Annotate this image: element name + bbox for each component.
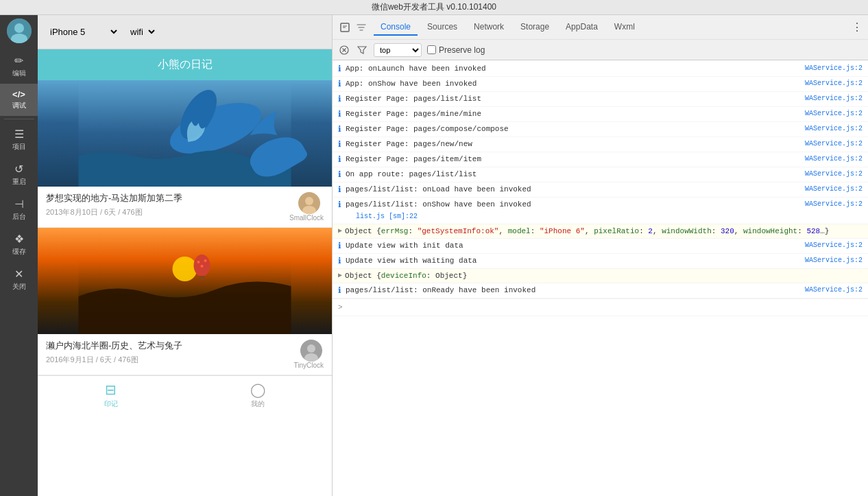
console-message-5: Register Page: pages/compose/compose — [346, 123, 799, 134]
console-source-2[interactable]: WAService.js:2 — [805, 78, 863, 89]
console-row-9: ℹ pages/list/list: onLoad have been invo… — [333, 182, 868, 198]
console-row-11[interactable]: ▶ Object {errMsg: "getSystemInfo:ok", mo… — [333, 224, 868, 239]
console-source-7[interactable]: WAService.js:2 — [805, 154, 863, 165]
info-icon-15: ℹ — [338, 285, 341, 296]
tab-console[interactable]: Console — [374, 19, 418, 36]
console-source-9[interactable]: WAService.js:2 — [805, 184, 863, 195]
console-row-6: ℹ Register Page: pages/new/new WAService… — [333, 137, 868, 152]
level-filter-select[interactable]: top verbose info warning error — [374, 43, 422, 57]
avatar — [7, 19, 32, 43]
network-selector[interactable]: wifi 3G 2G — [125, 25, 157, 39]
preserve-log-label: Preserve log — [439, 45, 485, 55]
inspector-icon[interactable] — [338, 21, 352, 34]
svg-point-14 — [204, 259, 207, 262]
post-author-wrap-2: TinyClock — [293, 340, 324, 369]
info-icon-10: ℹ — [338, 200, 341, 211]
console-row-14[interactable]: ▶ Object {deviceInfo: Object} — [333, 269, 868, 283]
tab-storage[interactable]: Storage — [514, 19, 556, 36]
debug-icon: </> — [12, 89, 25, 99]
info-icon-2: ℹ — [338, 79, 341, 90]
console-row-8: ℹ On app route: pages/list/list WAServic… — [333, 167, 868, 182]
devtools-panel: Console Sources Network Storage AppData … — [333, 15, 868, 496]
sidebar-tool-close[interactable]: ✕ 关闭 — [0, 262, 38, 297]
backend-label: 后台 — [12, 212, 26, 222]
console-source-3[interactable]: WAService.js:2 — [805, 93, 863, 104]
info-icon-3: ℹ — [338, 94, 341, 105]
sidebar-tool-restart[interactable]: ↺ 重启 — [0, 157, 38, 192]
nav-item-yinj[interactable]: ⊟ 印记 — [104, 381, 118, 409]
app-title: 小熊の日记 — [158, 58, 213, 70]
console-row-1: ℹ App: onLaunch have been invoked WAServ… — [333, 62, 868, 77]
sidebar-tool-debug[interactable]: </> 调试 — [0, 84, 38, 116]
info-icon-8: ℹ — [338, 169, 341, 180]
tab-wxml[interactable]: Wxml — [607, 19, 642, 36]
post-date-2: 2016年9月1日 / 6天 / 476图 — [46, 355, 293, 365]
info-icon-5: ℹ — [338, 124, 341, 135]
console-source-15[interactable]: WAService.js:2 — [805, 285, 863, 296]
console-source-8[interactable]: WAService.js:2 — [805, 169, 863, 180]
post-image-sunset — [38, 228, 332, 334]
console-message-15: pages/list/list: onReady have been invok… — [346, 285, 799, 296]
edit-icon: ✏ — [14, 54, 23, 67]
svg-point-1 — [14, 23, 24, 33]
console-source-13[interactable]: WAService.js:2 — [805, 255, 863, 266]
post-info-2: 濑户内海北半圈-历史、艺术与兔子 2016年9月1日 / 6天 / 476图 — [38, 334, 332, 375]
sidebar-tool-backend[interactable]: ⊣ 后台 — [0, 192, 38, 227]
clear-button[interactable] — [338, 44, 350, 56]
post-meta-1: 梦想实现的地方-马达加斯加第二季 2013年8月10日 / 6天 / 476图 — [46, 192, 289, 217]
project-icon: ☰ — [14, 128, 24, 141]
console-row-5: ℹ Register Page: pages/compose/compose W… — [333, 122, 868, 137]
console-message-8: On app route: pages/list/list — [346, 169, 799, 180]
devtools-more-button[interactable]: ⋮ — [852, 21, 863, 34]
console-source-10a[interactable]: WAService.js:2 — [805, 199, 863, 210]
network-select[interactable]: wifi 3G 2G — [125, 25, 157, 39]
tab-appdata[interactable]: AppData — [559, 19, 605, 36]
console-source-6[interactable]: WAService.js:2 — [805, 139, 863, 150]
post-author-1: SmallClock — [289, 214, 324, 222]
device-select[interactable]: iPhone 5 iPhone 6 iPhone 6 Plus — [45, 25, 119, 39]
expand-arrow-14[interactable]: ▶ — [338, 270, 342, 281]
preserve-log-checkbox[interactable] — [427, 45, 436, 54]
main-layout: ✏ 编辑 </> 调试 ☰ 项目 ↺ 重启 ⊣ 后台 ❖ — [0, 15, 868, 496]
sidebar-tool-edit[interactable]: ✏ 编辑 — [0, 49, 38, 84]
backend-icon: ⊣ — [14, 198, 24, 211]
sidebar-tool-cache[interactable]: ❖ 缓存 — [0, 227, 38, 262]
console-message-6: Register Page: pages/new/new — [346, 139, 799, 150]
console-source-1[interactable]: WAService.js:2 — [805, 63, 863, 74]
console-source-12[interactable]: WAService.js:2 — [805, 240, 863, 251]
console-source-4[interactable]: WAService.js:2 — [805, 108, 863, 119]
post-card-2[interactable]: 濑户内海北半圈-历史、艺术与兔子 2016年9月1日 / 6天 / 476图 — [38, 228, 332, 375]
svg-rect-12 — [200, 276, 205, 280]
sidebar-tool-project[interactable]: ☰ 项目 — [0, 122, 38, 157]
nav-item-mine[interactable]: ◯ 我的 — [250, 381, 265, 409]
phone-area: iPhone 5 iPhone 6 iPhone 6 Plus wifi 3G … — [38, 15, 333, 496]
title-bar: 微信web开发者工具 v0.10.101400 — [0, 0, 868, 15]
svg-point-10 — [173, 257, 197, 281]
filter-button[interactable] — [356, 44, 368, 56]
devtools-toolbar: top verbose info warning error Preserve … — [333, 39, 868, 60]
console-prompt: > — [338, 302, 343, 313]
tab-network[interactable]: Network — [467, 19, 511, 36]
phone-toolbar: iPhone 5 iPhone 6 iPhone 6 Plus wifi 3G … — [38, 15, 332, 49]
filter-icon[interactable] — [354, 21, 368, 34]
close-icon: ✕ — [14, 268, 23, 281]
post-card-1[interactable]: 梦想实现的地方-马达加斯加第二季 2013年8月10日 / 6天 / 476图 — [38, 80, 332, 228]
console-row-10: ℹ pages/list/list: onShow have been invo… — [333, 198, 868, 224]
console-message-1: App: onLaunch have been invoked — [346, 63, 799, 74]
post-meta-2: 濑户内海北半圈-历史、艺术与兔子 2016年9月1日 / 6天 / 476图 — [46, 340, 293, 365]
console-message-11: Object {errMsg: "getSystemInfo:ok", mode… — [345, 226, 863, 237]
console-message-3: Register Page: pages/list/list — [346, 93, 799, 104]
post-author-2: TinyClock — [293, 362, 324, 369]
svg-point-17 — [307, 344, 315, 353]
info-icon-6: ℹ — [338, 139, 341, 150]
console-message-14: Object {deviceInfo: Object} — [345, 270, 863, 281]
close-label: 关闭 — [12, 282, 26, 292]
console-source-5[interactable]: WAService.js:2 — [805, 123, 863, 134]
expand-arrow-11[interactable]: ▶ — [338, 226, 342, 237]
post-title-1: 梦想实现的地方-马达加斯加第二季 — [46, 192, 289, 204]
tab-sources[interactable]: Sources — [420, 19, 464, 36]
console-input-row[interactable]: > — [333, 298, 868, 316]
console-message-9: pages/list/list: onLoad have been invoke… — [346, 184, 799, 195]
console-source-10b[interactable]: list.js [sm]:22 — [356, 213, 418, 220]
device-selector[interactable]: iPhone 5 iPhone 6 iPhone 6 Plus — [45, 25, 119, 39]
